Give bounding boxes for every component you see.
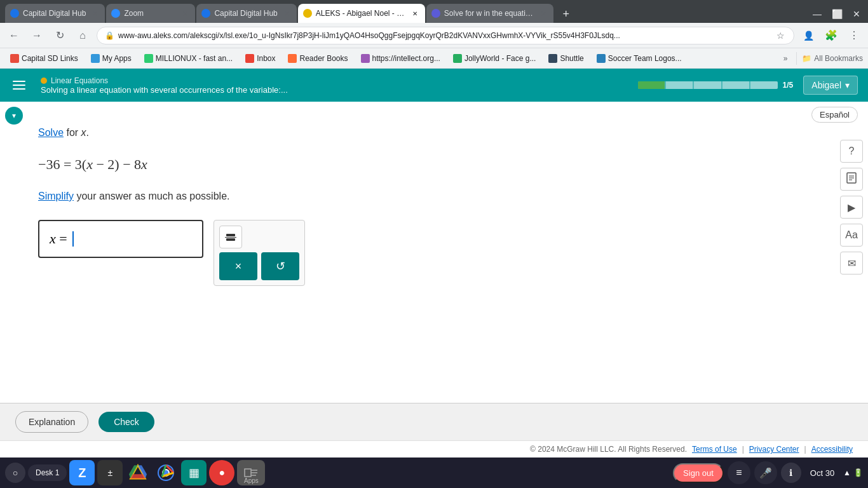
answer-input-box[interactable]: x = bbox=[38, 220, 203, 258]
launcher-button[interactable]: ○ bbox=[5, 463, 25, 483]
bookmark-millionux[interactable]: MILLIONUX - fast an... bbox=[139, 53, 238, 64]
bookmark-jolly-label: JollyWorld - Face g... bbox=[465, 54, 536, 63]
tab-4-close[interactable]: ✕ bbox=[410, 8, 420, 18]
bookmark-soccer-favicon bbox=[597, 54, 606, 63]
taskbar-drive[interactable] bbox=[125, 460, 151, 485]
simplify-line: Simplify your answer as much as possible… bbox=[38, 191, 830, 202]
video-button[interactable]: ▶ bbox=[840, 196, 863, 219]
hamburger-menu-button[interactable] bbox=[10, 75, 31, 95]
taskbar-right: Sign out ≡ 🎤 ℹ Oct 30 ▲ 🔋 bbox=[673, 461, 863, 484]
meet-icon: ▦ bbox=[189, 466, 200, 480]
taskbar: ○ Desk 1 Z ± bbox=[0, 458, 868, 488]
tab-3-title: Capital Digital Hub bbox=[214, 9, 277, 18]
bookmark-shuttle-label: Shuttle bbox=[560, 54, 583, 63]
time-display: Oct 30 bbox=[805, 466, 839, 480]
home-button[interactable]: ⌂ bbox=[74, 27, 92, 44]
close-button[interactable]: ✕ bbox=[850, 9, 863, 19]
simplify-link[interactable]: Simplify bbox=[38, 191, 74, 201]
taskbar-meet[interactable]: ▦ bbox=[181, 460, 207, 485]
wifi-icon: ▲ bbox=[843, 468, 851, 477]
privacy-link[interactable]: Privacy Center bbox=[749, 445, 799, 454]
address-input[interactable]: 🔒 www-awu.aleks.com/alekscgi/x/lsl.exe/1… bbox=[97, 27, 794, 44]
bookmark-soccer[interactable]: Soccer Team Logos... bbox=[592, 53, 687, 64]
browser-frame: Capital Digital Hub ✕ Zoom ✕ Capital Dig… bbox=[0, 0, 868, 488]
tab-1-title: Capital Digital Hub bbox=[23, 9, 86, 18]
calculator-icon: ± bbox=[108, 468, 113, 478]
bookmark-sd-links[interactable]: Capital SD Links bbox=[5, 53, 83, 64]
tab-2-close[interactable]: ✕ bbox=[180, 8, 190, 18]
tab-2[interactable]: Zoom ✕ bbox=[106, 4, 195, 23]
explanation-button[interactable]: Explanation bbox=[15, 411, 88, 433]
user-name: Abigael bbox=[811, 80, 841, 90]
help-button[interactable]: ? bbox=[840, 140, 863, 163]
tab-1-favicon bbox=[10, 9, 19, 18]
text-cursor bbox=[72, 231, 74, 247]
aleks-footer: © 2024 McGraw Hill LLC. All Rights Reser… bbox=[0, 440, 868, 458]
document-button[interactable] bbox=[840, 168, 863, 191]
notes-icon-button[interactable]: ≡ bbox=[728, 461, 750, 484]
tab-1[interactable]: Capital Digital Hub ✕ bbox=[5, 4, 105, 23]
tab-3[interactable]: Capital Digital Hub ✕ bbox=[196, 4, 296, 23]
solve-link[interactable]: Solve bbox=[38, 127, 64, 138]
accessibility-link[interactable]: Accessibility bbox=[811, 445, 853, 454]
tab-5-close[interactable]: ✕ bbox=[538, 8, 548, 18]
extensions-icon[interactable]: 🧩 bbox=[822, 27, 840, 44]
taskbar-zoom[interactable]: Z bbox=[69, 460, 95, 485]
bookmark-millionux-favicon bbox=[144, 54, 153, 63]
desk-label: Desk 1 bbox=[36, 468, 59, 477]
microphone-button[interactable]: 🎤 bbox=[754, 461, 777, 484]
topic-text: Linear Equations bbox=[51, 76, 108, 85]
terms-link[interactable]: Terms of Use bbox=[692, 445, 737, 454]
espanol-button[interactable]: Español bbox=[811, 107, 858, 123]
settings-icon[interactable]: ⋮ bbox=[845, 27, 863, 44]
star-icon[interactable]: ☆ bbox=[775, 30, 786, 41]
bookmark-inbox[interactable]: Inbox bbox=[240, 53, 280, 64]
bookmark-jolly-favicon bbox=[453, 54, 462, 63]
taskbar-other-app[interactable]: ● bbox=[209, 460, 234, 485]
taskbar-calculator[interactable]: ± bbox=[97, 460, 123, 485]
right-sidebar: ? ▶ Aa bbox=[840, 140, 863, 274]
bookmark-sd-favicon bbox=[10, 54, 19, 63]
clear-button[interactable]: × bbox=[219, 252, 257, 280]
all-bookmarks-button[interactable]: 📁 All Bookmarks bbox=[802, 54, 863, 63]
font-button[interactable]: Aa bbox=[840, 224, 863, 247]
backspace-button[interactable]: ↺ bbox=[261, 252, 299, 280]
info-button[interactable]: ℹ bbox=[781, 463, 801, 483]
bookmark-reader-favicon bbox=[288, 54, 297, 63]
reload-button[interactable]: ↻ bbox=[51, 27, 69, 44]
maximize-button[interactable]: ⬜ bbox=[829, 9, 845, 19]
tab-5[interactable]: Solve for w in the equation 3 ✕ bbox=[426, 4, 553, 23]
taskbar-apps-group[interactable]: Apps bbox=[237, 460, 265, 485]
tab-3-close[interactable]: ✕ bbox=[281, 8, 292, 18]
bookmark-reader[interactable]: Reader Books bbox=[283, 53, 353, 64]
profile-icon[interactable]: 👤 bbox=[799, 27, 817, 44]
desk-button[interactable]: Desk 1 bbox=[28, 464, 67, 481]
fraction-button[interactable] bbox=[219, 226, 242, 248]
bookmark-shuttle-favicon bbox=[548, 54, 557, 63]
bookmark-shuttle[interactable]: Shuttle bbox=[543, 53, 588, 64]
bookmarks-more-button[interactable]: » bbox=[780, 53, 792, 64]
minimize-button[interactable]: — bbox=[810, 9, 824, 19]
bookmark-intellect-favicon bbox=[361, 54, 370, 63]
chevron-down-icon: ▾ bbox=[845, 80, 850, 90]
bookmark-jolly[interactable]: JollyWorld - Face g... bbox=[448, 53, 541, 64]
equation-text: −36 = 3(x − 2) − 8x bbox=[38, 156, 147, 173]
aleks-header: Linear Equations Solving a linear equati… bbox=[0, 69, 868, 102]
svg-marker-7 bbox=[131, 474, 146, 478]
check-button[interactable]: Check bbox=[98, 412, 154, 432]
user-menu-button[interactable]: Abigael ▾ bbox=[803, 76, 858, 95]
tab-4[interactable]: ALEKS - Abigael Noel - Learn ✕ bbox=[298, 4, 425, 23]
taskbar-chrome[interactable] bbox=[153, 460, 179, 485]
collapse-button[interactable]: ▾ bbox=[5, 107, 23, 125]
sign-out-button[interactable]: Sign out bbox=[673, 463, 724, 483]
keypad-row: × ↺ bbox=[219, 252, 299, 280]
bookmark-my-apps[interactable]: My Apps bbox=[86, 53, 137, 64]
back-button[interactable]: ← bbox=[5, 27, 23, 44]
mail-button[interactable]: ✉ bbox=[840, 252, 863, 274]
tab-1-close[interactable]: ✕ bbox=[90, 8, 100, 18]
forward-button[interactable]: → bbox=[28, 27, 46, 44]
new-tab-button[interactable]: + bbox=[557, 5, 575, 23]
simplify-text: your answer as much as possible. bbox=[76, 191, 229, 201]
tab-5-title: Solve for w in the equation 3 bbox=[444, 9, 534, 18]
bookmark-intellect[interactable]: https://intellect.org... bbox=[356, 53, 445, 64]
